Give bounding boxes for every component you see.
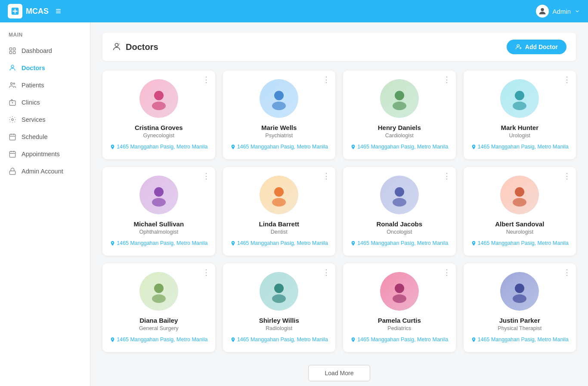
sidebar-label-clinics: Clinics (22, 99, 40, 106)
doctor-name: Diana Bailey (139, 317, 178, 324)
doctor-location: 1465 Manggahan Pasig, Metro Manila (350, 337, 448, 343)
doctor-name: Marie Wells (261, 124, 297, 131)
location-pin-icon (471, 144, 477, 150)
doctor-card: ⋮ Albert Sandoval Neurologist 1465 Mangg… (464, 167, 576, 256)
doctor-name: Shirley Willis (259, 317, 299, 324)
avatar-placeholder (260, 272, 298, 311)
card-menu-button[interactable]: ⋮ (202, 76, 210, 83)
doctor-location: 1465 Manggahan Pasig, Metro Manila (471, 144, 569, 150)
card-menu-button[interactable]: ⋮ (322, 172, 330, 180)
avatar-placeholder (500, 272, 539, 311)
doctor-specialty: Neurologist (506, 229, 533, 235)
svg-point-7 (11, 83, 13, 85)
logo-area: MCAS (8, 4, 49, 19)
doctor-location: 1465 Manggahan Pasig, Metro Manila (230, 337, 328, 343)
svg-point-21 (395, 91, 404, 100)
doctor-location: 1465 Manggahan Pasig, Metro Manila (110, 240, 207, 246)
hamburger-menu[interactable]: ≡ (56, 6, 61, 17)
card-menu-button[interactable]: ⋮ (202, 172, 210, 180)
location-pin-icon (230, 337, 236, 343)
svg-point-22 (393, 102, 406, 110)
card-menu-button[interactable]: ⋮ (202, 269, 210, 276)
card-menu-button[interactable]: ⋮ (443, 172, 451, 180)
svg-rect-3 (13, 48, 15, 50)
sidebar-item-patients[interactable]: Patients (0, 77, 90, 94)
load-more-button[interactable]: Load More (308, 365, 371, 381)
sidebar-item-dashboard[interactable]: Dashboard (0, 42, 90, 59)
clinics-icon (9, 99, 16, 106)
card-menu-button[interactable]: ⋮ (322, 76, 330, 83)
avatar-placeholder (139, 176, 178, 214)
location-pin-icon (350, 241, 356, 246)
page-title: Doctors (126, 42, 158, 52)
schedule-icon (9, 133, 16, 141)
svg-point-26 (152, 198, 166, 207)
doctor-name: Henry Daniels (378, 124, 421, 131)
svg-point-23 (515, 91, 524, 100)
avatar-placeholder (500, 176, 539, 214)
avatar-placeholder (500, 79, 539, 118)
card-menu-button[interactable]: ⋮ (443, 269, 451, 276)
avatar-placeholder (260, 79, 298, 118)
doctor-card: ⋮ Marie Wells Psychiatrist 1465 Manggaha… (223, 71, 336, 159)
doctor-card: ⋮ Justin Parker Physical Therapist 1465 … (464, 263, 576, 352)
doctor-name: Ronald Jacobs (376, 220, 422, 228)
doctor-avatar (139, 272, 178, 311)
location-pin-icon (471, 337, 477, 343)
doctor-card: ⋮ Cristina Groves Gynecologist 1465 Mang… (102, 71, 215, 159)
card-menu-button[interactable]: ⋮ (563, 172, 571, 180)
svg-point-24 (513, 102, 526, 110)
svg-rect-4 (9, 52, 12, 54)
sidebar-label-patients: Patients (22, 82, 44, 89)
doctor-location: 1465 Manggahan Pasig, Metro Manila (230, 144, 328, 150)
admin-icon (9, 167, 16, 175)
svg-point-1 (541, 8, 544, 11)
svg-point-33 (154, 284, 164, 293)
svg-point-31 (515, 187, 524, 197)
card-menu-button[interactable]: ⋮ (443, 76, 451, 83)
card-menu-button[interactable]: ⋮ (563, 269, 571, 276)
sidebar-item-admin[interactable]: Admin Account (0, 163, 90, 180)
sidebar-item-services[interactable]: Services (0, 111, 90, 128)
sidebar-label-appointments: Appointments (22, 151, 60, 157)
doctor-avatar (500, 79, 539, 118)
sidebar-item-schedule[interactable]: Schedule (0, 128, 90, 145)
svg-point-28 (272, 198, 286, 207)
doctor-avatar (380, 176, 419, 214)
sidebar-label-dashboard: Dashboard (22, 47, 52, 54)
card-menu-button[interactable]: ⋮ (322, 269, 330, 276)
card-menu-button[interactable]: ⋮ (563, 76, 571, 83)
admin-menu[interactable]: Admin (536, 5, 580, 18)
sidebar-label-schedule: Schedule (22, 133, 47, 140)
svg-rect-11 (9, 134, 15, 140)
appointments-icon (9, 150, 16, 158)
svg-point-36 (272, 294, 286, 303)
load-more-area: Load More (102, 365, 576, 381)
doctor-name: Albert Sandoval (495, 220, 544, 228)
logo-icon (8, 4, 22, 19)
svg-rect-13 (9, 171, 15, 174)
svg-point-38 (393, 294, 406, 303)
nav-left: MCAS ≡ (8, 4, 61, 19)
sidebar-item-appointments[interactable]: Appointments (0, 145, 90, 163)
dashboard-icon (9, 47, 16, 55)
doctor-grid: ⋮ Cristina Groves Gynecologist 1465 Mang… (102, 71, 576, 352)
page-title-area: Doctors (112, 42, 158, 52)
sidebar-item-doctors[interactable]: Doctors (0, 59, 90, 77)
svg-point-39 (515, 284, 524, 293)
doctor-card: ⋮ Diana Bailey General Surgery 1465 Mang… (102, 263, 215, 352)
avatar-placeholder (380, 272, 419, 311)
doctor-specialty: Gynecologist (143, 133, 174, 139)
doctor-name: Michael Sullivan (133, 220, 184, 228)
doctor-specialty: Oncologist (387, 229, 412, 235)
doctor-name: Cristina Groves (135, 124, 183, 131)
location-pin-icon (350, 337, 356, 343)
svg-point-18 (152, 102, 166, 110)
doctor-specialty: Pediatrics (387, 325, 411, 331)
location-pin-icon (471, 241, 477, 246)
sidebar-item-clinics[interactable]: Clinics (0, 94, 90, 111)
svg-point-27 (274, 187, 284, 197)
add-doctor-button[interactable]: Add Doctor (507, 40, 566, 54)
doctor-specialty: Cardiologist (385, 133, 414, 139)
sidebar-section-main: Main (0, 30, 90, 42)
